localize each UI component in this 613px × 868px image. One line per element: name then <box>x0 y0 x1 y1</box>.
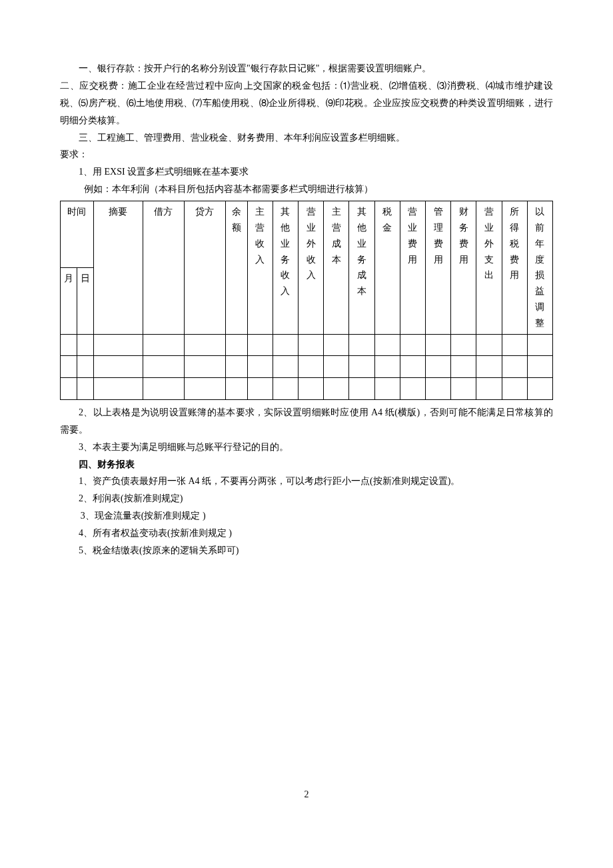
col-time: 时间 <box>61 201 94 268</box>
section-4-item-4: 4、所有者权益变动表(按新准则规定 ) <box>60 525 553 542</box>
col-month: 月 <box>61 267 77 334</box>
col-credit: 贷方 <box>184 201 225 334</box>
cell <box>247 378 273 400</box>
cell <box>93 378 143 400</box>
cell <box>476 356 502 378</box>
cell <box>143 334 184 356</box>
col-income-tax: 所得税费用 <box>502 201 527 334</box>
ledger-table: 时间 摘要 借方 贷方 余额 主营收入 其他业务收入 营业外收入 主营成本 其他… <box>60 201 553 400</box>
col-day: 日 <box>77 267 93 334</box>
cell <box>400 334 425 356</box>
cell <box>324 378 349 400</box>
cell <box>451 356 476 378</box>
col-other-cost: 其他业务成本 <box>349 201 374 334</box>
document-page: 一、银行存款：按开户行的名称分别设置"银行存款日记账"，根据需要设置明细账户。 … <box>0 0 613 830</box>
cell <box>324 356 349 378</box>
requirement-2: 2、以上表格是为说明设置账簿的基本要求，实际设置明细账时应使用 A4 纸(横版)… <box>60 404 553 439</box>
cell <box>374 334 400 356</box>
cell <box>349 334 374 356</box>
cell <box>527 334 552 356</box>
cell <box>61 356 77 378</box>
col-finance-expense: 财务费用 <box>451 201 476 334</box>
cell <box>349 378 374 400</box>
cell <box>426 356 451 378</box>
col-balance: 余额 <box>226 201 248 334</box>
paragraph-tax-payable: 二、应交税费：施工企业在经营过程中应向上交国家的税金包括：⑴营业税、⑵增值税、⑶… <box>60 77 553 129</box>
cell <box>93 356 143 378</box>
table-header-row-1: 时间 摘要 借方 贷方 余额 主营收入 其他业务收入 营业外收入 主营成本 其他… <box>61 201 553 268</box>
cell <box>374 356 400 378</box>
cell <box>143 356 184 378</box>
requirement-3: 3、本表主要为满足明细账与总账平行登记的目的。 <box>60 439 553 456</box>
cell <box>226 334 248 356</box>
cell <box>226 356 248 378</box>
cell <box>374 378 400 400</box>
table-row <box>61 356 553 378</box>
cell <box>93 334 143 356</box>
cell <box>502 378 527 400</box>
cell <box>502 334 527 356</box>
cell <box>77 334 93 356</box>
section-4-item-5: 5、税金结缴表(按原来的逻辑关系即可) <box>60 542 553 559</box>
col-main-cost: 主营成本 <box>324 201 349 334</box>
cell <box>184 356 225 378</box>
cell <box>502 356 527 378</box>
cell <box>61 334 77 356</box>
col-debit: 借方 <box>143 201 184 334</box>
cell <box>226 378 248 400</box>
cell <box>299 334 324 356</box>
cell <box>451 378 476 400</box>
col-main-revenue: 主营收入 <box>247 201 273 334</box>
requirements-label: 要求： <box>60 146 553 163</box>
col-prior-adjust: 以前年度损益调整 <box>527 201 552 334</box>
cell <box>273 378 298 400</box>
cell <box>426 334 451 356</box>
cell <box>247 356 273 378</box>
col-admin-expense: 管理费用 <box>426 201 451 334</box>
col-nonop-revenue: 营业外收入 <box>299 201 324 334</box>
cell <box>273 334 298 356</box>
paragraph-bank-deposit: 一、银行存款：按开户行的名称分别设置"银行存款日记账"，根据需要设置明细账户。 <box>60 60 553 77</box>
cell <box>77 378 93 400</box>
cell <box>324 334 349 356</box>
requirement-1-example: 例如：本年利润（本科目所包括内容基本都需要多栏式明细进行核算） <box>60 181 553 198</box>
cell <box>299 356 324 378</box>
cell <box>426 378 451 400</box>
cell <box>451 334 476 356</box>
section-4-title: 四、财务报表 <box>60 456 553 473</box>
cell <box>527 356 552 378</box>
cell <box>476 334 502 356</box>
cell <box>476 378 502 400</box>
cell <box>400 378 425 400</box>
cell <box>184 378 225 400</box>
cell <box>527 378 552 400</box>
section-4-item-2: 2、利润表(按新准则规定) <box>60 490 553 507</box>
col-nonop-expense: 营业外支出 <box>476 201 502 334</box>
col-other-revenue: 其他业务收入 <box>273 201 298 334</box>
cell <box>77 356 93 378</box>
paragraph-multi-column: 三、工程施工、管理费用、营业税金、财务费用、本年利润应设置多栏明细账。 <box>60 129 553 147</box>
col-summary: 摘要 <box>93 201 143 334</box>
section-4-item-1: 1、资产负债表最好用一张 A4 纸，不要再分两张，可以考虑行距小一点(按新准则规… <box>60 473 553 490</box>
cell <box>143 378 184 400</box>
col-tax: 税金 <box>374 201 400 334</box>
cell <box>273 356 298 378</box>
table-row <box>61 378 553 400</box>
table-row <box>61 334 553 356</box>
cell <box>349 356 374 378</box>
page-number: 2 <box>60 786 553 803</box>
cell <box>400 356 425 378</box>
section-4-item-3: 3、现金流量表(按新准则规定 ) <box>60 507 553 525</box>
cell <box>61 378 77 400</box>
cell <box>184 334 225 356</box>
cell <box>299 378 324 400</box>
col-operating-expense: 营业费用 <box>400 201 425 334</box>
cell <box>247 334 273 356</box>
requirement-1: 1、用 EXSI 设置多栏式明细账在基本要求 <box>60 163 553 181</box>
